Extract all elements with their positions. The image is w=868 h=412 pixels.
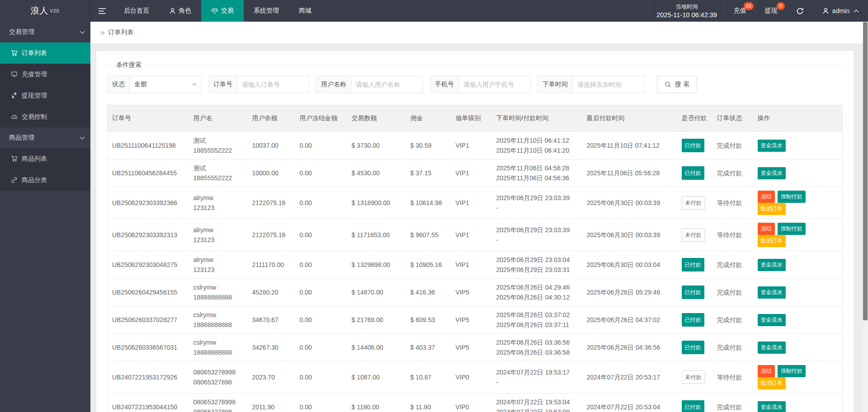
sidebar-item-withdraw-management[interactable]: 提现管理 xyxy=(0,85,90,106)
user-phone: 18888888888 xyxy=(193,292,243,302)
cell-balance: 2111170.00 xyxy=(248,251,295,279)
cell-commission: $ 9607.55 xyxy=(406,219,451,251)
column-header: 下单时间/付款时间 xyxy=(492,105,582,132)
scrollbar-thumb[interactable] xyxy=(863,22,868,320)
search-legend: 条件搜索 xyxy=(112,61,146,69)
cell-trade-amount: $ 1329898.00 xyxy=(347,251,406,279)
freeze-button[interactable]: 冻结 xyxy=(758,365,775,377)
status-filter: 状态 全部 xyxy=(107,76,202,93)
cell-user: 080653278998 08065327898 xyxy=(189,361,248,393)
cell-commission: $ 30.59 xyxy=(406,132,451,159)
phone-input[interactable] xyxy=(458,76,531,93)
cell-order-pay-time: 2025年11月06日 04:56:28 2025年11月06日 04:56:3… xyxy=(492,159,582,187)
user-phone: 18888888888 xyxy=(193,320,243,330)
cell-pay-status: 已付款 xyxy=(677,393,712,412)
status-label: 状态 xyxy=(107,76,129,93)
funds-flow-button[interactable]: 资金流水 xyxy=(758,167,786,179)
username-input[interactable] xyxy=(351,76,423,93)
cell-balance: 2122075.16 xyxy=(248,219,295,251)
column-header: 佣金 xyxy=(406,105,451,132)
cell-order-status: 完成付款 xyxy=(712,159,753,187)
funds-flow-button[interactable]: 资金流水 xyxy=(758,286,786,299)
top-nav-item-roles[interactable]: 角色 xyxy=(159,0,201,22)
funds-flow-button[interactable]: 资金流水 xyxy=(758,401,786,412)
cell-user: cslrymw 18888888888 xyxy=(189,306,248,334)
pay-time: - xyxy=(496,377,578,387)
local-time-block: 当地时间 2025-11-10 06:42:39 xyxy=(649,0,724,22)
funds-flow-button[interactable]: 资金流水 xyxy=(758,140,786,152)
gavel-icon xyxy=(11,92,18,99)
cell-balance: 2023.70 xyxy=(248,361,295,393)
funds-flow-button[interactable]: 资金流水 xyxy=(758,314,786,326)
row-actions: 冻结强制付款取消订单 xyxy=(753,361,843,393)
table-row: UB2506292303048275 alrymw 123123 2111170… xyxy=(108,251,843,279)
user-menu[interactable]: admin xyxy=(813,0,868,22)
order-time: 2025年06月26日 04:29:46 xyxy=(496,282,578,292)
sidebar-group-goods-management[interactable]: 商品管理 xyxy=(0,127,90,148)
top-nav-item-mall[interactable]: 商城 xyxy=(289,0,321,22)
menu-toggle-icon[interactable] xyxy=(90,0,114,22)
cell-order-status: 完成付款 xyxy=(712,251,753,279)
funds-flow-button[interactable]: 资金流水 xyxy=(758,342,786,354)
cell-commission: $ 10814.98 xyxy=(406,187,451,219)
cell-pay-status: 已付款 xyxy=(677,159,712,187)
cancel-order-button[interactable]: 取消订单 xyxy=(758,203,786,215)
gauge-icon xyxy=(11,113,18,120)
sidebar-item-goods-list[interactable]: 商品列表 xyxy=(0,148,90,169)
cell-frozen-amount: 0.00 xyxy=(295,393,347,412)
status-select[interactable]: 全部 xyxy=(129,76,202,93)
search-button[interactable]: 搜 索 xyxy=(657,76,697,93)
order-no-input[interactable] xyxy=(237,76,309,93)
force-pay-button[interactable]: 强制付款 xyxy=(778,191,806,203)
sidebar-item-goods-category[interactable]: 商品分类 xyxy=(0,169,90,191)
force-pay-button[interactable]: 强制付款 xyxy=(778,365,806,377)
force-pay-button[interactable]: 强制付款 xyxy=(778,223,806,235)
top-nav-label: 交易 xyxy=(221,7,234,15)
top-nav-label: 角色 xyxy=(179,7,191,15)
cell-level: VIP0 xyxy=(451,393,492,412)
pay-status-badge: 已付款 xyxy=(682,139,704,152)
recharge-notice-button[interactable]: 充值 16 xyxy=(724,0,755,22)
column-header: 交易数额 xyxy=(347,105,406,132)
order-time: 2025年11月10日 06:41:12 xyxy=(496,136,578,145)
cell-order-status: 等待付款 xyxy=(712,361,753,393)
user-name: 测试 xyxy=(193,136,243,145)
cell-order-status: 完成付款 xyxy=(712,306,753,334)
sidebar-group-trade-management[interactable]: 交易管理 xyxy=(0,22,90,42)
row-actions: 冻结强制付款取消订单 xyxy=(753,219,843,251)
cancel-order-button[interactable]: 取消订单 xyxy=(758,235,786,247)
refresh-button[interactable] xyxy=(787,0,813,22)
top-nav-item-trade[interactable]: 交易 xyxy=(201,0,244,22)
table-row: UB2511060456284455 测试 18855552222 10000.… xyxy=(108,159,843,187)
phone-filter: 手机号 xyxy=(430,76,531,93)
user-phone: 18855552222 xyxy=(193,173,243,183)
column-header: 是否付款 xyxy=(677,105,712,132)
app-logo[interactable]: 浪人 V20 xyxy=(0,0,90,22)
pay-status-badge: 已付款 xyxy=(682,313,704,327)
top-nav-item-system[interactable]: 系统管理 xyxy=(244,0,289,22)
withdraw-notice-button[interactable]: 提现 0 xyxy=(755,0,787,22)
freeze-button[interactable]: 冻结 xyxy=(758,191,775,203)
user-name: cslrymw xyxy=(193,310,243,320)
top-nav-item-dashboard[interactable]: 后台首页 xyxy=(114,0,159,22)
sidebar-item-trade-control[interactable]: 交易控制 xyxy=(0,106,90,127)
column-header: 用户冻结金额 xyxy=(295,105,347,132)
pay-status-badge: 未付款 xyxy=(682,228,705,242)
cancel-order-button[interactable]: 取消订单 xyxy=(758,377,786,389)
cell-order-pay-time: 2025年06月29日 23:03:39 - xyxy=(492,187,582,219)
freeze-button[interactable]: 冻结 xyxy=(758,223,775,235)
app-logo-version: V20 xyxy=(50,9,60,14)
order-time: 2025年06月29日 23:03:39 xyxy=(496,225,578,235)
cell-order-no: UB2506260429456155 xyxy=(108,279,189,306)
cell-order-pay-time: 2025年06月26日 03:36:56 2025年06月26日 03:36:5… xyxy=(492,334,582,361)
column-header: 用户名 xyxy=(189,105,248,132)
orders-header-row: 订单号用户名用户余额用户冻结金额交易数额佣金做单级别下单时间/付款时间最后付款时… xyxy=(108,105,843,132)
pay-status-badge: 已付款 xyxy=(682,286,704,299)
order-time-input[interactable] xyxy=(572,76,645,93)
cell-order-pay-time: 2025年11月10日 06:41:12 2025年11月10日 06:41:2… xyxy=(492,132,582,159)
row-actions: 资金流水 xyxy=(753,306,843,334)
sidebar-item-recharge-management[interactable]: 充值管理 xyxy=(0,64,90,85)
funds-flow-button[interactable]: 资金流水 xyxy=(758,259,786,271)
sidebar-item-order-list[interactable]: 订单列表 xyxy=(0,42,90,64)
cart-icon xyxy=(11,50,18,56)
